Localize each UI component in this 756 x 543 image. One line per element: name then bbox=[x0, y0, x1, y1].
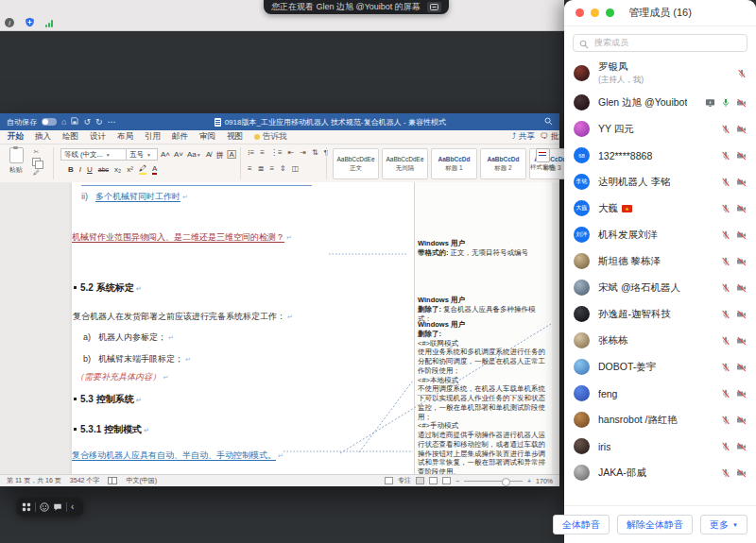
underline-button[interactable]: U bbox=[87, 165, 93, 174]
mic-off-icon[interactable] bbox=[737, 65, 747, 82]
copy-icon[interactable] bbox=[32, 158, 41, 166]
tab-layout[interactable]: 布局 bbox=[117, 131, 133, 143]
style-no-spacing[interactable]: AaBbCcDdEe无间隔 bbox=[382, 148, 428, 179]
mic-off-icon[interactable] bbox=[721, 174, 730, 191]
network-signal-icon[interactable] bbox=[45, 19, 53, 27]
bold-button[interactable]: B bbox=[68, 165, 74, 174]
member-row[interactable]: JAKA-邵威 bbox=[564, 460, 756, 486]
char-border-button[interactable]: 🄰 bbox=[228, 150, 236, 161]
member-row[interactable]: 李铭达明机器人 李铭 bbox=[564, 169, 756, 195]
annotate-button[interactable]: 🗨批注 bbox=[541, 131, 560, 143]
share-button[interactable]: ⤴共享 bbox=[512, 131, 535, 143]
member-search-input[interactable] bbox=[573, 34, 747, 52]
sort-icon[interactable]: ⇅ bbox=[312, 148, 318, 157]
mic-off-icon[interactable] bbox=[721, 121, 730, 138]
tab-references[interactable]: 引用 bbox=[145, 131, 161, 143]
close-window-button[interactable] bbox=[576, 8, 584, 17]
mic-on-icon[interactable] bbox=[721, 94, 730, 111]
tab-draw[interactable]: 绘图 bbox=[62, 131, 78, 143]
cam-off-icon[interactable] bbox=[736, 438, 747, 455]
save-icon[interactable] bbox=[71, 117, 78, 127]
mic-off-icon[interactable] bbox=[721, 280, 730, 297]
indent-icon[interactable]: ⇥ bbox=[300, 148, 306, 157]
autosave-toggle[interactable] bbox=[42, 118, 57, 126]
zoom-slider-thumb[interactable] bbox=[502, 478, 510, 486]
apps-grid-icon[interactable] bbox=[22, 499, 31, 516]
zoom-level[interactable]: 170% bbox=[536, 478, 553, 484]
mic-off-icon[interactable] bbox=[721, 412, 730, 429]
cam-off-icon[interactable] bbox=[736, 385, 747, 402]
minimize-window-button[interactable] bbox=[591, 8, 599, 17]
page-indicator[interactable]: 第 11 页，共 16 页 bbox=[7, 476, 61, 485]
member-row[interactable]: hansrobot /路红艳 bbox=[564, 407, 756, 433]
tell-me-button[interactable]: 告诉我 bbox=[254, 131, 287, 143]
member-row[interactable]: 罗银凤(主持人，我) bbox=[564, 58, 756, 90]
redo-icon[interactable]: ↻ bbox=[95, 118, 103, 127]
shading-icon[interactable]: ◫ bbox=[292, 164, 300, 173]
mic-off-icon[interactable] bbox=[721, 359, 730, 376]
member-row[interactable]: iris bbox=[564, 433, 756, 460]
font-name-select[interactable]: 等线 (中文...▼ bbox=[60, 148, 127, 161]
mic-off-icon[interactable] bbox=[721, 465, 730, 482]
tab-view[interactable]: 视图 bbox=[227, 131, 243, 143]
member-row[interactable]: feng bbox=[564, 381, 756, 407]
search-icon[interactable] bbox=[544, 117, 553, 127]
member-row[interactable]: 孙逸超-迦智科技 bbox=[564, 301, 756, 328]
align-left-icon[interactable]: ≡ bbox=[248, 164, 252, 173]
print-layout-view-icon[interactable] bbox=[416, 477, 424, 484]
more-commands-icon[interactable]: ⋯ bbox=[108, 118, 116, 127]
tab-insert[interactable]: 插入 bbox=[35, 131, 51, 143]
zoom-window-button[interactable] bbox=[606, 8, 614, 17]
cam-off-icon[interactable] bbox=[736, 332, 747, 349]
style-pane-button[interactable]: 样式窗格 bbox=[529, 148, 556, 171]
tab-mailings[interactable]: 邮件 bbox=[172, 131, 188, 143]
exit-fullscreen-button[interactable] bbox=[427, 2, 441, 12]
align-right-icon[interactable]: ≡ bbox=[269, 164, 274, 173]
focus-mode-icon[interactable] bbox=[385, 477, 393, 484]
comment-card[interactable]: Windows 用户 删除了: 复合机器人应具备多种操作模式： bbox=[418, 296, 548, 323]
member-row[interactable]: Glen 边旭 @Youibot bbox=[564, 90, 756, 116]
focus-label[interactable]: 专注 bbox=[398, 476, 411, 485]
mic-off-icon[interactable] bbox=[721, 253, 730, 270]
collapse-toolbar-icon[interactable]: ‹ bbox=[71, 502, 74, 512]
zoom-slider[interactable] bbox=[464, 481, 523, 482]
cut-icon[interactable]: ✂ bbox=[34, 148, 40, 155]
cam-off-icon[interactable] bbox=[736, 174, 747, 191]
member-row[interactable]: 刘洋机科发展刘洋 bbox=[564, 222, 756, 248]
member-row[interactable]: 宋斌 @珞石机器人 bbox=[564, 275, 756, 301]
style-heading2[interactable]: AaBbCcDd标题 2 bbox=[480, 148, 526, 179]
reactions-smiley-icon[interactable] bbox=[40, 499, 49, 516]
zoom-out-button[interactable]: − bbox=[455, 478, 459, 484]
mic-off-icon[interactable] bbox=[721, 200, 730, 217]
style-normal[interactable]: AaBbCcDdEe正文 bbox=[333, 148, 379, 179]
proofing-icon[interactable] bbox=[108, 477, 117, 484]
tab-design[interactable]: 设计 bbox=[90, 131, 106, 143]
encryption-shield-icon[interactable] bbox=[25, 14, 35, 31]
highlight-button[interactable]: 🖍 bbox=[139, 164, 146, 175]
cam-off-icon[interactable] bbox=[736, 94, 747, 111]
tab-review[interactable]: 审阅 bbox=[199, 131, 215, 143]
font-size-select[interactable]: 五号▼ bbox=[126, 148, 158, 161]
mic-off-icon[interactable] bbox=[721, 227, 730, 244]
paste-button[interactable]: 粘贴 bbox=[6, 147, 26, 175]
phonetic-guide-button[interactable]: 拼 bbox=[216, 150, 224, 161]
cam-off-icon[interactable] bbox=[736, 359, 747, 376]
home-icon[interactable]: ⌂ bbox=[61, 118, 66, 127]
line-spacing-icon[interactable]: ⇕ bbox=[280, 164, 286, 173]
unmute-all-button[interactable]: 解除全体静音 bbox=[617, 515, 693, 535]
cam-off-icon[interactable] bbox=[736, 121, 747, 138]
tab-home[interactable]: 开始 bbox=[8, 131, 24, 143]
cam-off-icon[interactable] bbox=[736, 306, 747, 323]
chat-icon[interactable] bbox=[53, 499, 62, 516]
cam-off-icon[interactable] bbox=[736, 227, 747, 244]
font-color-button[interactable]: A bbox=[152, 164, 157, 175]
style-heading1[interactable]: AaBbCcDd标题 1 bbox=[431, 148, 477, 179]
word-count[interactable]: 3542 个字 bbox=[70, 476, 100, 485]
more-button[interactable]: 更多▼ bbox=[700, 515, 747, 535]
mic-off-icon[interactable] bbox=[721, 332, 730, 349]
cam-off-icon[interactable] bbox=[736, 412, 747, 429]
change-case-button[interactable]: Aa▼ bbox=[187, 150, 201, 161]
member-row[interactable]: 68132****8868 bbox=[564, 143, 756, 169]
grow-font-icon[interactable]: A˄ bbox=[161, 150, 170, 161]
strikethrough-button[interactable]: abc bbox=[98, 166, 109, 173]
